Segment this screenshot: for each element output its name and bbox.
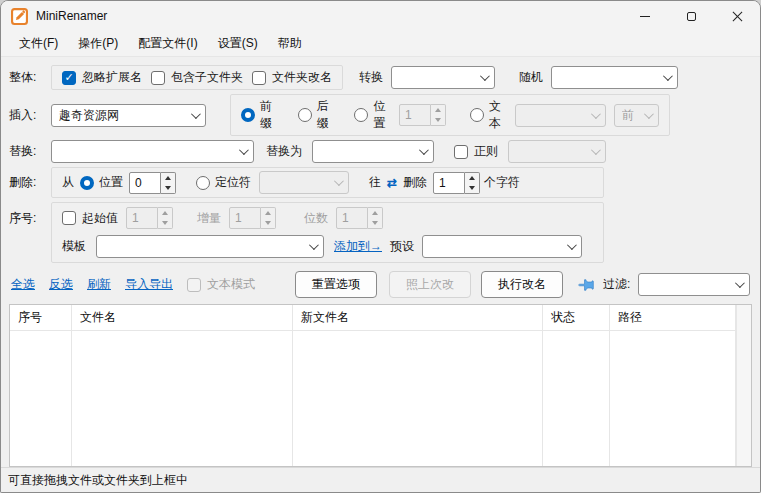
header-path[interactable]: 路径 — [610, 305, 735, 331]
row-delete: 删除: 从 位置 定位符 往 — [9, 167, 752, 198]
direction-toggle-icon[interactable]: ⇄ — [387, 176, 397, 190]
delete-count-label: 删除 — [403, 174, 427, 191]
radio-icon — [354, 108, 368, 122]
select-all-link[interactable]: 全选 — [11, 276, 35, 293]
header-index[interactable]: 序号 — [10, 305, 71, 331]
preset-label: 预设 — [390, 238, 414, 255]
increment-spinner — [229, 207, 276, 229]
maximize-icon — [687, 12, 696, 21]
chevron-down-icon — [309, 240, 319, 250]
pin-icon[interactable] — [577, 276, 595, 294]
template-label: 模板 — [62, 238, 86, 255]
regex-checkbox[interactable]: 正则 — [454, 143, 498, 160]
increment-label: 增量 — [197, 210, 221, 227]
rename-folders-checkbox[interactable]: 文件夹改名 — [252, 69, 332, 86]
position-radio[interactable]: 位置 — [354, 98, 391, 132]
row-overall: 整体: 忽略扩展名 包含子文件夹 文件夹改名 转换 — [9, 65, 752, 90]
chars-label: 个字符 — [484, 174, 520, 191]
text-mode-checkbox: 文本模式 — [187, 276, 255, 293]
insert-options-group: 前缀 后缀 位置 文本 — [230, 94, 670, 136]
template-dropdown[interactable] — [96, 235, 324, 258]
convert-dropdown[interactable] — [391, 66, 495, 89]
close-button[interactable] — [714, 1, 760, 31]
start-value-input[interactable] — [126, 207, 158, 229]
spinner-arrows[interactable] — [465, 172, 480, 194]
header-new-filename[interactable]: 新文件名 — [293, 305, 542, 331]
spinner-arrows[interactable] — [431, 104, 446, 126]
delete-group: 从 位置 定位符 往 ⇄ 删除 — [51, 167, 604, 198]
invert-select-link[interactable]: 反选 — [49, 276, 73, 293]
chevron-down-icon — [663, 71, 673, 81]
spinner-arrows[interactable] — [368, 207, 383, 229]
chevron-down-icon — [735, 278, 745, 288]
suffix-radio[interactable]: 后缀 — [298, 98, 335, 132]
regex-preset-dropdown — [508, 140, 606, 163]
convert-label: 转换 — [359, 69, 383, 86]
insert-position-input[interactable] — [399, 104, 431, 126]
insert-position-spinner — [399, 104, 446, 126]
chevron-down-icon — [591, 109, 601, 119]
add-to-link[interactable]: 添加到→ — [334, 238, 382, 255]
reset-options-button[interactable]: 重置选项 — [295, 271, 377, 298]
maximize-button[interactable] — [668, 1, 714, 31]
vertical-scrollbar[interactable] — [736, 305, 751, 466]
minimize-button[interactable] — [622, 1, 668, 31]
column-filename: 文件名 — [72, 305, 293, 466]
header-filename[interactable]: 文件名 — [72, 305, 292, 331]
chevron-down-icon — [239, 145, 249, 155]
random-dropdown[interactable] — [551, 66, 678, 89]
delete-position-radio[interactable]: 位置 — [80, 174, 123, 191]
preset-dropdown[interactable] — [422, 235, 582, 258]
column-new-filename: 新文件名 — [293, 305, 543, 466]
direction-label: 往 — [369, 174, 381, 191]
filter-label: 过滤: — [603, 276, 630, 293]
delete-position-spinner — [129, 172, 176, 194]
file-table[interactable]: 序号 文件名 新文件名 状态 路径 — [9, 304, 752, 467]
row-replace: 替换: 替换为 正则 — [9, 140, 752, 163]
replace-find-dropdown[interactable] — [51, 140, 254, 163]
statusbar: 可直接拖拽文件或文件夹到上框中 — [1, 467, 760, 492]
increment-input[interactable] — [229, 207, 261, 229]
checkbox-icon — [454, 145, 468, 159]
anchor-radio[interactable]: 定位符 — [196, 174, 251, 191]
header-status[interactable]: 状态 — [543, 305, 609, 331]
digits-input[interactable] — [336, 207, 368, 229]
include-subfolders-checkbox[interactable]: 包含子文件夹 — [151, 69, 243, 86]
action-row: 全选 反选 刷新 导入导出 文本模式 重置选项 照上次改 执行改名 过滤: — [1, 267, 760, 304]
spinner-arrows[interactable] — [261, 207, 276, 229]
menu-help[interactable]: 帮助 — [268, 31, 312, 56]
spinner-arrows[interactable] — [161, 172, 176, 194]
chevron-down-icon — [480, 71, 490, 81]
chevron-down-icon — [644, 109, 654, 119]
delete-count-spinner — [433, 172, 480, 194]
start-value-checkbox[interactable]: 起始值 — [62, 210, 118, 227]
chevron-down-icon — [591, 145, 601, 155]
prefix-radio[interactable]: 前缀 — [241, 98, 278, 132]
insert-custom-text-dropdown — [515, 104, 606, 127]
app-logo-icon — [11, 8, 28, 25]
window-controls — [622, 1, 760, 31]
menu-operation[interactable]: 操作(P) — [68, 31, 128, 56]
execute-rename-button[interactable]: 执行改名 — [481, 271, 563, 298]
delete-position-input[interactable] — [129, 172, 161, 194]
menu-settings[interactable]: 设置(S) — [208, 31, 268, 56]
menu-profile[interactable]: 配置文件(I) — [128, 31, 207, 56]
filter-dropdown[interactable] — [638, 273, 750, 296]
spinner-arrows[interactable] — [158, 207, 173, 229]
ignore-extension-checkbox[interactable]: 忽略扩展名 — [62, 69, 142, 86]
menu-file[interactable]: 文件(F) — [9, 31, 68, 56]
refresh-link[interactable]: 刷新 — [87, 276, 111, 293]
insert-text-dropdown[interactable]: 趣奇资源网 — [51, 104, 206, 127]
app-window: MiniRenamer 文件(F) 操作(P) 配置文件(I) 设置(S) 帮助… — [0, 0, 761, 493]
serial-template-row: 模板 添加到→ 预设 — [62, 235, 593, 258]
menubar: 文件(F) 操作(P) 配置文件(I) 设置(S) 帮助 — [1, 31, 760, 57]
random-label: 随机 — [519, 69, 543, 86]
import-export-link[interactable]: 导入导出 — [125, 276, 173, 293]
overall-group: 忽略扩展名 包含子文件夹 文件夹改名 — [51, 65, 343, 90]
checkbox-icon — [62, 211, 76, 225]
delete-label: 删除: — [9, 174, 51, 191]
delete-count-input[interactable] — [433, 172, 465, 194]
replace-with-dropdown[interactable] — [312, 140, 434, 163]
text-radio[interactable]: 文本 — [470, 98, 507, 132]
radio-selected-icon — [80, 176, 94, 190]
